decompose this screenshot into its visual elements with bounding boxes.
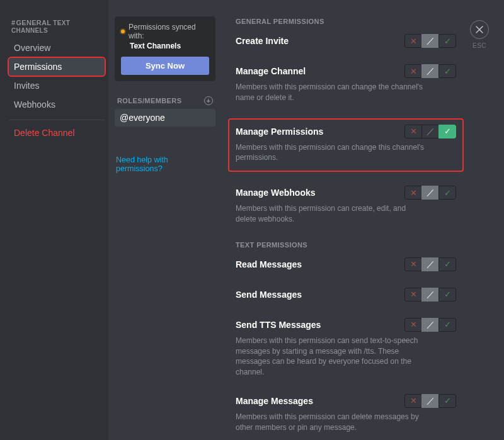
permission-title: Manage Webhooks: [236, 188, 316, 198]
tri-toggle[interactable]: ✕／✓: [404, 288, 456, 302]
sync-box: Permissions synced with: Text Channels S…: [115, 16, 215, 81]
passthrough-option[interactable]: ／: [421, 186, 439, 200]
permission-description: Members with this permission can change …: [236, 82, 425, 103]
close-label: ESC: [470, 42, 489, 49]
hash-icon: #: [11, 19, 15, 26]
permission-title: Send TTS Messages: [236, 320, 321, 330]
section-title: GENERAL PERMISSIONS: [236, 18, 456, 25]
tri-toggle[interactable]: ✕／✓: [404, 394, 456, 408]
roles-column: Permissions synced with: Text Channels S…: [108, 0, 222, 440]
passthrough-option[interactable]: ／: [421, 64, 439, 78]
sidebar-item-permissions[interactable]: Permissions: [9, 58, 105, 76]
roles-members-header: ROLES/MEMBERS +: [115, 93, 215, 109]
sync-category: Text Channels: [130, 42, 209, 50]
allow-option[interactable]: ✓: [438, 394, 456, 408]
passthrough-option[interactable]: ／: [421, 288, 439, 302]
passthrough-option[interactable]: ／: [421, 394, 439, 408]
permission-title: Create Invite: [236, 36, 289, 46]
sync-now-button[interactable]: Sync Now: [121, 57, 209, 75]
tri-toggle[interactable]: ✕／✓: [404, 34, 456, 48]
permission-row: Read Messages✕／✓: [236, 257, 456, 273]
permission-title: Send Messages: [236, 290, 302, 300]
sidebar-item-overview[interactable]: Overview: [9, 39, 105, 57]
tri-toggle[interactable]: ✕／✓: [404, 64, 456, 78]
sidebar-separator: [9, 120, 105, 120]
passthrough-option[interactable]: ／: [421, 318, 439, 332]
permissions-panel: GENERAL PERMISSIONSCreate Invite✕／✓Manag…: [222, 0, 504, 440]
add-role-button[interactable]: +: [204, 96, 213, 105]
permission-row: Create Invite✕／✓: [236, 34, 456, 49]
sidebar-item-delete-channel[interactable]: Delete Channel: [9, 124, 105, 142]
tri-toggle[interactable]: ✕／✓: [404, 125, 456, 138]
settings-sidebar: #GENERALTEXT CHANNELS Overview Permissio…: [0, 0, 108, 440]
section-title: TEXT PERMISSIONS: [236, 241, 456, 249]
role-item-everyone[interactable]: @everyone: [115, 109, 215, 127]
help-link[interactable]: Need help with permissions?: [115, 155, 215, 173]
allow-option[interactable]: ✓: [438, 34, 456, 48]
close-icon: [475, 25, 484, 34]
sidebar-item-webhooks[interactable]: Webhooks: [9, 96, 105, 113]
passthrough-option[interactable]: ／: [421, 257, 439, 271]
deny-option[interactable]: ✕: [404, 318, 422, 332]
close-area: ESC: [470, 20, 489, 49]
permission-title: Read Messages: [236, 259, 302, 269]
permission-row: Send Messages✕／✓: [236, 288, 456, 303]
permission-description: Members with this permission can send te…: [236, 336, 425, 378]
deny-option[interactable]: ✕: [404, 64, 422, 78]
allow-option[interactable]: ✓: [438, 318, 456, 332]
close-button[interactable]: [470, 20, 489, 39]
permission-row: Manage Channel✕／✓Members with this permi…: [236, 64, 456, 104]
deny-option[interactable]: ✕: [404, 34, 422, 48]
allow-option[interactable]: ✓: [438, 64, 456, 78]
deny-option[interactable]: ✕: [404, 288, 422, 302]
sidebar-header: #GENERALTEXT CHANNELS: [9, 19, 105, 34]
permission-row: Manage Messages✕／✓Members with this perm…: [236, 394, 456, 434]
passthrough-option[interactable]: ／: [421, 34, 439, 48]
permission-title: Manage Messages: [236, 396, 313, 406]
sidebar-item-invites[interactable]: Invites: [9, 77, 105, 94]
sync-line1: Permissions synced with:: [129, 23, 209, 40]
tri-toggle[interactable]: ✕／✓: [404, 318, 456, 332]
permission-title: Manage Permissions: [236, 127, 323, 137]
allow-option[interactable]: ✓: [438, 257, 456, 271]
tri-toggle[interactable]: ✕／✓: [404, 257, 456, 271]
deny-option[interactable]: ✕: [404, 394, 422, 408]
deny-option[interactable]: ✕: [404, 257, 422, 271]
permission-row: Manage Permissions✕／✓Members with this p…: [229, 120, 462, 171]
passthrough-option[interactable]: ／: [421, 125, 439, 138]
allow-option[interactable]: ✓: [438, 186, 456, 200]
permission-row: Send TTS Messages✕／✓Members with this pe…: [236, 318, 456, 379]
deny-option[interactable]: ✕: [404, 125, 422, 138]
permission-description: Members with this permission can delete …: [236, 412, 425, 433]
allow-option[interactable]: ✓: [438, 288, 456, 302]
permission-description: Members with this permission can change …: [236, 142, 425, 164]
permission-row: Manage Webhooks✕／✓Members with this perm…: [236, 186, 456, 226]
allow-option[interactable]: ✓: [438, 125, 456, 138]
permission-description: Members with this permission can create,…: [236, 203, 425, 225]
deny-option[interactable]: ✕: [404, 186, 422, 200]
warning-dot-icon: [121, 30, 125, 33]
permission-title: Manage Channel: [236, 66, 306, 76]
tri-toggle[interactable]: ✕／✓: [404, 186, 456, 200]
